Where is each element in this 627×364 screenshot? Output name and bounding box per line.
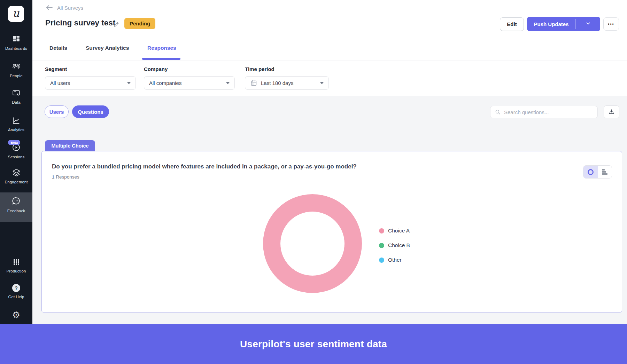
push-updates-button[interactable]: Push Updates (527, 17, 575, 31)
feedback-icon (11, 196, 21, 206)
edit-button[interactable]: Edit (500, 17, 524, 31)
breadcrumb-all-surveys[interactable]: All Surveys (57, 5, 83, 11)
responses-count: 1 Responses (52, 174, 79, 180)
analytics-icon (12, 116, 21, 125)
beta-badge: Beta (8, 140, 20, 145)
filter-label-segment: Segment (45, 66, 67, 72)
sidebar-item-sessions[interactable]: Beta Sessions (0, 143, 32, 159)
legend-item: Choice B (379, 242, 410, 248)
sidebar-item-feedback[interactable]: Feedback (0, 196, 32, 213)
bottom-banner: Userpilot's user sentiment data (0, 324, 627, 364)
sessions-icon: Beta (11, 143, 21, 152)
gear-icon: ⚙ (12, 310, 20, 319)
sidebar-item-dashboards[interactable]: Dashboards (0, 35, 32, 50)
donut-chart-icon (588, 169, 594, 175)
sidebar-item-label: Production (7, 269, 26, 273)
questions-toggle-button[interactable]: Questions (72, 105, 109, 118)
sidebar-item-label: Dashboards (5, 46, 27, 50)
download-icon (608, 109, 615, 115)
status-badge: Pending (124, 18, 155, 29)
calendar-icon (250, 79, 257, 87)
download-button[interactable] (604, 105, 619, 118)
segment-dropdown[interactable]: All users (45, 76, 136, 90)
sidebar-item-label: Engagement (5, 180, 28, 184)
donut-chart-hole (280, 212, 345, 276)
push-updates-dropdown-button[interactable] (576, 17, 600, 31)
chart-type-toggle (583, 165, 612, 179)
dashboards-icon (12, 35, 21, 43)
sidebar: u Dashboards People (0, 0, 32, 364)
company-dropdown[interactable]: All companies (144, 76, 235, 90)
page-title: Pricing survey test (45, 18, 115, 27)
time-period-dropdown[interactable]: Last 180 days (245, 76, 329, 90)
page-header: All Surveys Pricing survey test Pending … (32, 0, 627, 96)
legend-dot (379, 258, 384, 263)
donut-view-button[interactable] (583, 166, 598, 178)
sidebar-item-label: Get Help (8, 295, 24, 299)
filter-label-time-period: Time period (245, 66, 274, 72)
chevron-down-icon (127, 82, 131, 84)
back-arrow-icon[interactable] (45, 3, 54, 12)
edit-title-pencil-icon[interactable] (113, 21, 120, 29)
company-value: All companies (149, 80, 223, 86)
question-card: Do you prefer a bundled pricing model wh… (41, 151, 622, 312)
search-icon (495, 109, 501, 115)
segment-value: All users (50, 80, 124, 86)
logo-letter: u (13, 8, 19, 20)
legend-label: Choice A (388, 228, 410, 234)
question-type-tab[interactable]: Multiple Choice (45, 140, 95, 151)
search-input[interactable] (504, 109, 593, 115)
app-window: u Dashboards People (0, 0, 627, 364)
production-icon (12, 258, 21, 266)
more-options-button[interactable]: ••• (603, 17, 619, 31)
sidebar-item-label: Analytics (8, 128, 24, 132)
bar-chart-icon (602, 169, 607, 175)
tab-details[interactable]: Details (49, 45, 67, 51)
help-icon: ? (12, 284, 20, 292)
tabs-separator (32, 61, 627, 61)
chevron-down-icon (320, 82, 324, 84)
breadcrumb: All Surveys (45, 3, 83, 12)
sidebar-item-label: People (10, 74, 22, 78)
legend-dot (379, 228, 384, 234)
active-tab-underline (142, 58, 180, 60)
bar-view-button[interactable] (598, 166, 612, 178)
userpilot-logo[interactable]: u (8, 6, 24, 22)
sidebar-item-label: Feedback (7, 209, 25, 213)
sidebar-item-label: Data (12, 100, 21, 104)
sidebar-item-data[interactable]: Data (0, 89, 32, 104)
sidebar-item-engagement[interactable]: Engagement (0, 168, 32, 184)
sidebar-item-settings[interactable]: ⚙ (0, 310, 32, 319)
sidebar-item-analytics[interactable]: Analytics (0, 116, 32, 132)
people-icon (12, 62, 21, 71)
sidebar-item-get-help[interactable]: ? Get Help (0, 284, 32, 299)
tab-survey-analytics[interactable]: Survey Analytics (86, 45, 129, 51)
legend-dot (379, 243, 384, 248)
legend-item: Other (379, 257, 402, 263)
legend-label: Other (388, 257, 402, 263)
filter-label-company: Company (144, 66, 168, 72)
time-period-value: Last 180 days (261, 80, 317, 86)
chevron-down-icon (226, 82, 230, 84)
data-icon (12, 89, 21, 97)
engagement-icon (12, 168, 21, 177)
legend-label: Choice B (388, 242, 410, 248)
question-text: Do you prefer a bundled pricing model wh… (52, 163, 357, 170)
sidebar-item-label: Sessions (8, 155, 24, 159)
tab-responses[interactable]: Responses (147, 45, 176, 51)
chevron-down-icon (585, 21, 591, 28)
legend-item: Choice A (379, 228, 410, 234)
sidebar-item-production[interactable]: Production (0, 258, 32, 273)
sidebar-item-people[interactable]: People (0, 62, 32, 78)
search-box (490, 106, 598, 118)
push-updates-split-button: Push Updates (527, 17, 600, 31)
users-toggle-button[interactable]: Users (45, 105, 69, 118)
banner-text: Userpilot's user sentiment data (240, 339, 387, 350)
